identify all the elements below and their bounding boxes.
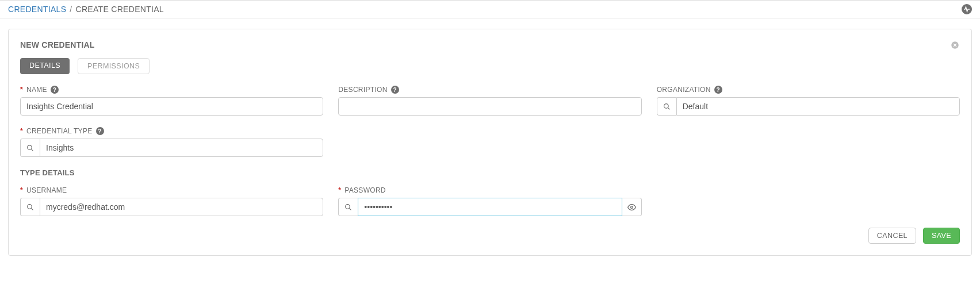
field-name: * NAME ? <box>20 86 323 116</box>
activity-stream-icon[interactable] <box>962 4 972 14</box>
svg-point-5 <box>28 204 32 209</box>
required-marker: * <box>20 86 23 94</box>
help-icon[interactable]: ? <box>714 86 722 94</box>
breadcrumb-separator: / <box>70 5 72 14</box>
svg-line-6 <box>31 208 33 210</box>
name-input[interactable] <box>20 97 323 116</box>
required-marker: * <box>20 186 23 194</box>
required-marker: * <box>20 127 23 135</box>
breadcrumb-current: CREATE CREDENTIAL <box>76 5 164 14</box>
label-description: DESCRIPTION <box>338 86 387 94</box>
breadcrumb-root-link[interactable]: CREDENTIALS <box>8 5 66 14</box>
description-input[interactable] <box>338 97 641 116</box>
required-marker: * <box>338 186 341 194</box>
username-input[interactable] <box>40 198 323 216</box>
label-password: PASSWORD <box>344 186 386 194</box>
tab-permissions[interactable]: PERMISSIONS <box>78 58 150 74</box>
svg-point-7 <box>346 204 350 209</box>
close-icon[interactable] <box>950 40 960 50</box>
cancel-button[interactable]: CANCEL <box>868 228 916 244</box>
organization-search-button[interactable] <box>657 97 676 116</box>
credential-type-input[interactable] <box>40 139 323 157</box>
label-organization: ORGANIZATION <box>657 86 711 94</box>
organization-input[interactable] <box>676 97 960 116</box>
field-description: DESCRIPTION ? <box>338 86 641 116</box>
svg-line-4 <box>31 149 33 151</box>
field-credential-type: * CREDENTIAL TYPE ? <box>20 127 323 157</box>
field-password: * PASSWORD <box>338 186 641 216</box>
field-organization: ORGANIZATION ? <box>657 86 960 116</box>
svg-point-9 <box>630 206 633 208</box>
label-username: USERNAME <box>26 186 67 194</box>
tabs: DETAILS PERMISSIONS <box>20 58 960 74</box>
tab-details[interactable]: DETAILS <box>20 58 70 74</box>
help-icon[interactable]: ? <box>96 127 104 135</box>
breadcrumb: CREDENTIALS / CREATE CREDENTIAL <box>8 5 164 14</box>
svg-line-2 <box>668 107 669 109</box>
password-toggle-visibility[interactable] <box>622 198 642 216</box>
label-credential-type: CREDENTIAL TYPE <box>26 127 93 135</box>
credential-panel: NEW CREDENTIAL DETAILS PERMISSIONS * NAM… <box>8 29 972 256</box>
save-button[interactable]: SAVE <box>923 228 960 244</box>
help-icon[interactable]: ? <box>391 86 399 94</box>
help-icon[interactable]: ? <box>51 86 59 94</box>
password-search-button[interactable] <box>338 198 358 216</box>
field-username: * USERNAME <box>20 186 323 216</box>
svg-point-1 <box>664 103 668 108</box>
svg-point-3 <box>28 145 32 149</box>
password-input[interactable] <box>358 198 622 216</box>
svg-line-8 <box>349 208 351 210</box>
username-search-button[interactable] <box>20 198 40 216</box>
label-name: NAME <box>26 86 47 94</box>
panel-title: NEW CREDENTIAL <box>20 40 95 49</box>
type-details-heading: TYPE DETAILS <box>20 168 960 177</box>
credential-type-search-button[interactable] <box>20 139 40 157</box>
